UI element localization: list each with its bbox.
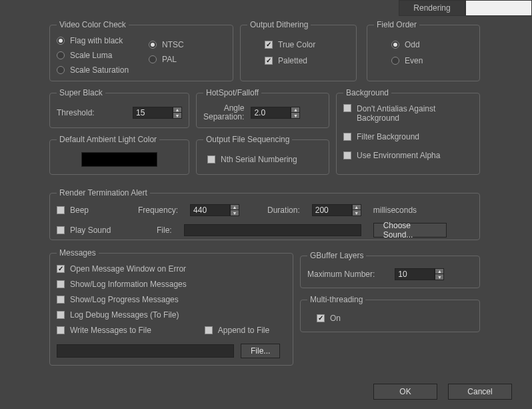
messages-file-input[interactable] [57, 344, 234, 358]
check-open-on-error[interactable]: Open Message Window on Error [57, 264, 286, 274]
file-label: File: [157, 226, 172, 235]
check-label: Log Debug Messages (To File) [70, 310, 179, 320]
messages-file-button[interactable]: File... [241, 344, 280, 358]
check-label: Show/Log Progress Messages [70, 295, 179, 304]
threshold-input[interactable] [133, 107, 173, 119]
radio-label: Odd [405, 40, 420, 49]
check-write-to-file[interactable]: Write Messages to File [57, 326, 151, 335]
sound-file-input[interactable] [184, 224, 361, 236]
spinner-down-icon[interactable]: ▼ [352, 210, 361, 216]
legend-field-order: Field Order [374, 20, 419, 29]
check-true-color[interactable]: True Color [265, 40, 349, 49]
radio-pal[interactable]: PAL [149, 55, 184, 64]
check-play-sound[interactable]: Play Sound [57, 226, 123, 235]
check-label: Use Environment Alpha [357, 151, 440, 160]
choose-sound-button[interactable]: Choose Sound... [373, 223, 447, 238]
check-show-progress[interactable]: Show/Log Progress Messages [57, 295, 286, 304]
max-number-label: Maximum Number: [307, 270, 375, 279]
check-label: Append to File [218, 326, 269, 335]
spinner-up-icon[interactable]: ▲ [173, 107, 182, 113]
group-render-termination-alert: Render Termination Alert Beep Frequency:… [49, 188, 480, 240]
check-label: Play Sound [70, 226, 111, 235]
duration-input[interactable] [312, 204, 352, 216]
spinner-down-icon[interactable]: ▼ [435, 274, 444, 280]
spinner-up-icon[interactable]: ▲ [352, 204, 361, 210]
radio-label: Flag with black [70, 36, 123, 45]
group-field-order: Field Order Odd Even [367, 20, 480, 81]
radio-scale-luma[interactable]: Scale Luma [57, 51, 129, 60]
angle-sep-spinner[interactable]: ▲ ▼ [251, 107, 300, 119]
radio-scale-saturation[interactable]: Scale Saturation [57, 65, 129, 75]
legend-ambient: Default Ambient Light Color [57, 135, 159, 144]
check-label: True Color [278, 40, 315, 49]
ok-button[interactable]: OK [373, 384, 437, 400]
check-log-debug[interactable]: Log Debug Messages (To File) [57, 310, 286, 320]
duration-label: Duration: [267, 206, 300, 215]
radio-ntsc[interactable]: NTSC [149, 40, 184, 49]
radio-label: Scale Saturation [70, 65, 129, 75]
frequency-spinner[interactable]: ▲ ▼ [190, 204, 239, 216]
radio-flag-with-black[interactable]: Flag with black [57, 36, 129, 45]
spinner-down-icon[interactable]: ▼ [230, 210, 239, 216]
legend-gbuffer: GBuffer Layers [307, 251, 366, 260]
tab-other[interactable] [465, 0, 532, 16]
group-messages: Messages Open Message Window on Error Sh… [49, 248, 293, 366]
check-mt-on[interactable]: On [317, 314, 473, 323]
tab-rendering[interactable]: Rendering [399, 0, 465, 16]
check-label: Don't Antialias Against Background [357, 104, 463, 123]
check-label: Nth Serial Numbering [221, 155, 297, 164]
legend-video-color-check: Video Color Check [57, 20, 129, 29]
group-background: Background Don't Antialias Against Backg… [336, 88, 480, 175]
check-label: Filter Background [357, 132, 419, 141]
frequency-input[interactable] [190, 204, 230, 216]
group-multi-threading: Multi-threading On [300, 295, 480, 332]
check-show-info[interactable]: Show/Log Information Messages [57, 280, 286, 289]
angle-sep-label2: Separation: [203, 113, 244, 121]
group-video-color-check: Video Color Check Flag with black Scale … [49, 20, 233, 81]
legend-super-black: Super Black [57, 88, 105, 97]
check-paletted[interactable]: Paletted [265, 56, 349, 65]
duration-spinner[interactable]: ▲ ▼ [312, 204, 361, 216]
radio-odd[interactable]: Odd [391, 40, 473, 49]
group-output-dithering: Output Dithering True Color Paletted [240, 20, 357, 81]
legend-background: Background [343, 88, 391, 97]
check-append-to-file[interactable]: Append to File [205, 326, 269, 335]
check-label: Write Messages to File [70, 326, 151, 335]
threshold-label: Threshold: [57, 108, 95, 117]
legend-hotspot: HotSpot/Falloff [203, 88, 261, 97]
radio-label: PAL [162, 55, 177, 64]
radio-label: Scale Luma [70, 51, 112, 60]
ambient-color-swatch[interactable] [81, 152, 157, 167]
spinner-up-icon[interactable]: ▲ [291, 107, 300, 113]
check-use-env-alpha[interactable]: Use Environment Alpha [343, 151, 473, 160]
check-filter-background[interactable]: Filter Background [343, 132, 473, 141]
check-beep[interactable]: Beep [57, 206, 123, 215]
group-output-file-sequencing: Output File Sequencing Nth Serial Number… [196, 135, 329, 175]
group-gbuffer-layers: GBuffer Layers Maximum Number: ▲ ▼ [300, 251, 480, 288]
group-ambient-color: Default Ambient Light Color [49, 135, 189, 175]
group-hotspot-falloff: HotSpot/Falloff Angle Separation: ▲ ▼ [196, 88, 329, 128]
cancel-button[interactable]: Cancel [448, 384, 512, 400]
check-nth-serial[interactable]: Nth Serial Numbering [207, 155, 322, 164]
angle-sep-input[interactable] [251, 107, 291, 119]
max-number-input[interactable] [395, 268, 435, 280]
check-label: Show/Log Information Messages [70, 280, 187, 289]
spinner-up-icon[interactable]: ▲ [230, 204, 239, 210]
frequency-label: Frequency: [138, 206, 178, 215]
spinner-down-icon[interactable]: ▼ [173, 113, 182, 119]
group-super-black: Super Black Threshold: ▲ ▼ [49, 88, 189, 128]
spinner-up-icon[interactable]: ▲ [435, 268, 444, 274]
radio-label: NTSC [162, 40, 184, 49]
legend-output-dithering: Output Dithering [247, 20, 311, 29]
check-label: Beep [70, 206, 89, 215]
legend-rta: Render Termination Alert [57, 188, 150, 197]
legend-messages: Messages [57, 248, 99, 258]
check-label: On [330, 314, 341, 323]
spinner-down-icon[interactable]: ▼ [291, 113, 300, 119]
threshold-spinner[interactable]: ▲ ▼ [133, 107, 182, 119]
check-dont-antialias[interactable]: Don't Antialias Against Background [343, 104, 473, 123]
legend-mt: Multi-threading [307, 295, 365, 304]
check-label: Paletted [278, 56, 307, 65]
radio-even[interactable]: Even [391, 56, 473, 65]
max-number-spinner[interactable]: ▲ ▼ [395, 268, 444, 280]
